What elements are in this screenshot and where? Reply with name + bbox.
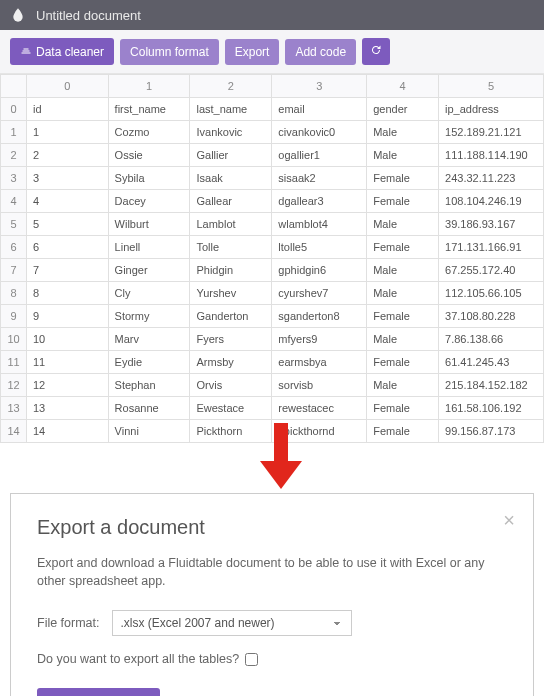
data-cleaner-button[interactable]: Data cleaner [10, 38, 114, 65]
column-format-button[interactable]: Column format [120, 39, 219, 65]
cell[interactable]: 171.131.166.91 [439, 236, 544, 259]
cell[interactable]: Ewestace [190, 397, 272, 420]
row-header-corner[interactable] [1, 75, 27, 98]
cell[interactable]: Male [367, 121, 439, 144]
cell[interactable]: mfyers9 [272, 328, 367, 351]
cell[interactable]: Fyers [190, 328, 272, 351]
cell[interactable]: Male [367, 144, 439, 167]
cell[interactable]: Sybila [108, 167, 190, 190]
cell[interactable]: earmsbya [272, 351, 367, 374]
cell[interactable]: 12 [27, 374, 109, 397]
cell[interactable]: 7 [27, 259, 109, 282]
cell[interactable]: 39.186.93.167 [439, 213, 544, 236]
cell[interactable]: 243.32.11.223 [439, 167, 544, 190]
cell[interactable]: Gallier [190, 144, 272, 167]
row-header[interactable]: 13 [1, 397, 27, 420]
col-header[interactable]: 5 [439, 75, 544, 98]
cell[interactable]: ogallier1 [272, 144, 367, 167]
cell[interactable]: 4 [27, 190, 109, 213]
cell[interactable]: Female [367, 236, 439, 259]
cell[interactable]: ltolle5 [272, 236, 367, 259]
col-header[interactable]: 4 [367, 75, 439, 98]
cell[interactable]: cyurshev7 [272, 282, 367, 305]
cell[interactable]: gender [367, 98, 439, 121]
cell[interactable]: 111.188.114.190 [439, 144, 544, 167]
row-header[interactable]: 7 [1, 259, 27, 282]
cell[interactable]: sorvisb [272, 374, 367, 397]
cell[interactable]: 10 [27, 328, 109, 351]
row-header[interactable]: 5 [1, 213, 27, 236]
cell[interactable]: 112.105.66.105 [439, 282, 544, 305]
cell[interactable]: Phidgin [190, 259, 272, 282]
cell[interactable]: 3 [27, 167, 109, 190]
cell[interactable]: 161.58.106.192 [439, 397, 544, 420]
export-document-button[interactable]: Export document [37, 688, 160, 696]
cell[interactable]: 152.189.21.121 [439, 121, 544, 144]
cell[interactable]: 5 [27, 213, 109, 236]
cell[interactable]: Marv [108, 328, 190, 351]
row-header[interactable]: 3 [1, 167, 27, 190]
row-header[interactable]: 10 [1, 328, 27, 351]
cell[interactable]: email [272, 98, 367, 121]
cell[interactable]: sganderton8 [272, 305, 367, 328]
cell[interactable]: Ganderton [190, 305, 272, 328]
row-header[interactable]: 14 [1, 420, 27, 443]
cell[interactable]: id [27, 98, 109, 121]
cell[interactable]: Yurshev [190, 282, 272, 305]
cell[interactable]: Ossie [108, 144, 190, 167]
cell[interactable]: Male [367, 282, 439, 305]
cell[interactable]: Dacey [108, 190, 190, 213]
cell[interactable]: Linell [108, 236, 190, 259]
cell[interactable]: last_name [190, 98, 272, 121]
cell[interactable]: Female [367, 351, 439, 374]
export-all-checkbox[interactable] [245, 653, 258, 666]
cell[interactable]: 11 [27, 351, 109, 374]
cell[interactable]: 108.104.246.19 [439, 190, 544, 213]
export-button[interactable]: Export [225, 39, 280, 65]
cell[interactable]: Female [367, 397, 439, 420]
cell[interactable]: Male [367, 259, 439, 282]
cell[interactable]: Female [367, 190, 439, 213]
cell[interactable]: Lamblot [190, 213, 272, 236]
cell[interactable]: Rosanne [108, 397, 190, 420]
col-header[interactable]: 2 [190, 75, 272, 98]
cell[interactable]: 215.184.152.182 [439, 374, 544, 397]
cell[interactable]: Female [367, 305, 439, 328]
cell[interactable]: Cly [108, 282, 190, 305]
cell[interactable]: 61.41.245.43 [439, 351, 544, 374]
cell[interactable]: 14 [27, 420, 109, 443]
cell[interactable]: 13 [27, 397, 109, 420]
cell[interactable]: Isaak [190, 167, 272, 190]
row-header[interactable]: 1 [1, 121, 27, 144]
cell[interactable]: Stormy [108, 305, 190, 328]
cell[interactable]: Ginger [108, 259, 190, 282]
row-header[interactable]: 9 [1, 305, 27, 328]
cell[interactable]: Eydie [108, 351, 190, 374]
col-header[interactable]: 0 [27, 75, 109, 98]
cell[interactable]: Male [367, 213, 439, 236]
cell[interactable]: 8 [27, 282, 109, 305]
cell[interactable]: dgallear3 [272, 190, 367, 213]
file-format-select[interactable]: .xlsx (Excel 2007 and newer) [112, 610, 352, 636]
cell[interactable]: sisaak2 [272, 167, 367, 190]
cell[interactable]: Armsby [190, 351, 272, 374]
cell[interactable]: 9 [27, 305, 109, 328]
data-table[interactable]: 012345 0idfirst_namelast_nameemailgender… [0, 74, 544, 443]
row-header[interactable]: 8 [1, 282, 27, 305]
add-code-button[interactable]: Add code [285, 39, 356, 65]
refresh-button[interactable] [362, 38, 390, 65]
cell[interactable]: gphidgin6 [272, 259, 367, 282]
cell[interactable]: Ivankovic [190, 121, 272, 144]
cell[interactable]: wlamblot4 [272, 213, 367, 236]
cell[interactable]: Gallear [190, 190, 272, 213]
cell[interactable]: rewestacec [272, 397, 367, 420]
cell[interactable]: Male [367, 374, 439, 397]
cell[interactable]: Tolle [190, 236, 272, 259]
cell[interactable]: 99.156.87.173 [439, 420, 544, 443]
cell[interactable]: 7.86.138.66 [439, 328, 544, 351]
cell[interactable]: Female [367, 420, 439, 443]
row-header[interactable]: 0 [1, 98, 27, 121]
cell[interactable]: Orvis [190, 374, 272, 397]
cell[interactable]: civankovic0 [272, 121, 367, 144]
cell[interactable]: Female [367, 167, 439, 190]
